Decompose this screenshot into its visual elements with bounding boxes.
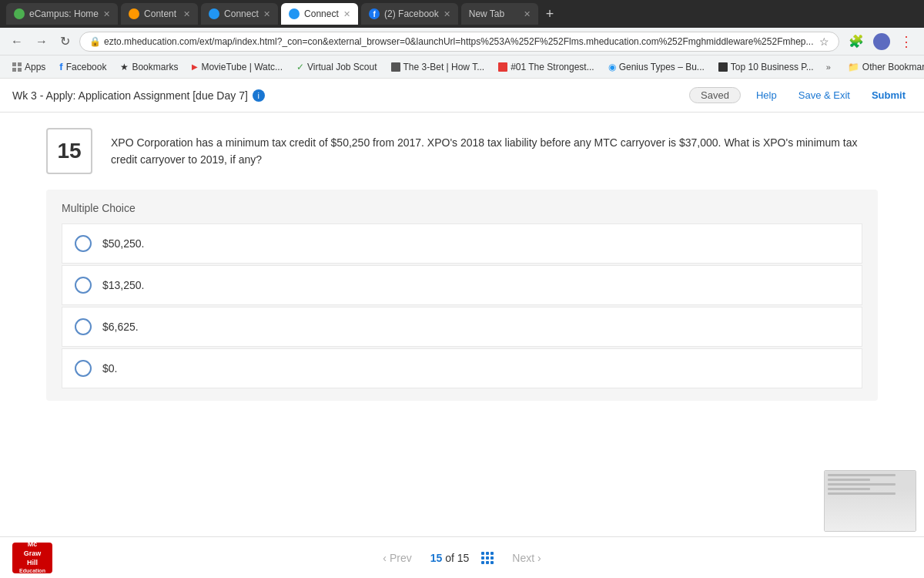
tab-facebook-label: (2) Facebook	[384, 8, 439, 19]
tab-connect2[interactable]: Connect ✕	[281, 3, 358, 25]
bookmark-bookmarks-label: Bookmarks	[132, 62, 178, 72]
section-label: Multiple Choice	[62, 202, 862, 214]
tab-facebook-close[interactable]: ✕	[444, 9, 450, 19]
tab-content-close[interactable]: ✕	[183, 9, 190, 19]
bookmarks-bar: Apps f Facebook ★ Bookmarks ▶ MovieTube …	[0, 55, 924, 79]
mcgrawhill-logo: Mc Graw Hill Education	[12, 543, 52, 573]
address-input[interactable]: 🔒 ezto.mheducation.com/ext/map/index.htm…	[79, 32, 839, 52]
bookmark-3bet[interactable]: The 3-Bet | How T...	[385, 59, 491, 75]
preview-line-4	[828, 488, 870, 490]
bet-icon	[391, 62, 400, 72]
browser-titlebar: eCampus: Home ✕ Content ✕ Connect ✕ Conn…	[0, 0, 924, 28]
bookmark-genius[interactable]: ◉ Genius Types – Bu...	[602, 59, 711, 75]
tab-connect1-close[interactable]: ✕	[263, 9, 270, 19]
grid-dot-5	[486, 556, 489, 560]
next-button[interactable]: Next ›	[506, 549, 547, 567]
bookmark-genius-label: Genius Types – Bu...	[619, 62, 705, 72]
submit-button[interactable]: Submit	[865, 86, 912, 104]
option-d-text: $0.	[102, 362, 117, 375]
main-content: 15 XPO Corporation has a minimum tax cre…	[0, 113, 924, 408]
info-icon[interactable]: i	[253, 89, 265, 102]
tab-ecampus-close[interactable]: ✕	[103, 9, 110, 19]
grid-dot-7	[481, 561, 484, 564]
prev-chevron-icon: ‹	[383, 552, 387, 564]
tab-facebook[interactable]: f (2) Facebook ✕	[361, 3, 458, 25]
grid-dot-1	[481, 552, 484, 555]
logo-line4: Education	[19, 567, 45, 574]
logo-line2: Graw	[24, 549, 42, 559]
preview-thumbnail	[824, 470, 916, 532]
new-tab-button[interactable]: +	[541, 6, 559, 22]
question-number: 15	[46, 128, 92, 174]
question-container: 15 XPO Corporation has a minimum tax cre…	[46, 128, 878, 174]
preview-line-5	[828, 492, 896, 495]
option-d[interactable]: $0.	[62, 348, 862, 388]
bookmark-other[interactable]: 📁 Other Bookmarks	[842, 59, 924, 75]
extensions-button[interactable]: 🧩	[845, 32, 867, 50]
grid-dot-3	[490, 552, 494, 555]
bookmark-strongest[interactable]: #01 The Strongest...	[492, 59, 601, 75]
svg-rect-1	[18, 62, 22, 66]
option-b[interactable]: $13,250.	[62, 265, 862, 305]
tab-newtab-close[interactable]: ✕	[524, 9, 531, 19]
forward-button[interactable]: →	[32, 33, 51, 50]
bookmark-top10[interactable]: Top 10 Business P...	[712, 59, 820, 75]
svg-rect-3	[18, 68, 22, 72]
page-current: 15	[430, 552, 443, 564]
grid-dot-4	[481, 556, 484, 560]
option-c[interactable]: $6,625.	[62, 307, 862, 347]
tab-ecampus[interactable]: eCampus: Home ✕	[6, 3, 118, 25]
menu-button[interactable]: ⋮	[896, 32, 916, 52]
tab-connect2-close[interactable]: ✕	[343, 9, 350, 19]
radio-c[interactable]	[75, 318, 92, 335]
assignment-title-text: Wk 3 - Apply: Application Assignment [du…	[12, 89, 248, 102]
bookmark-star-icon[interactable]: ☆	[819, 35, 829, 48]
question-text: XPO Corporation has a minimum tax credit…	[111, 128, 878, 169]
bookmark-other-label: Other Bookmarks	[862, 62, 924, 72]
bookmark-facebook[interactable]: f Facebook	[53, 59, 112, 75]
option-a[interactable]: $50,250.	[62, 223, 862, 264]
grid-view-icon[interactable]	[481, 552, 494, 564]
bookmark-top10-label: Top 10 Business P...	[731, 62, 814, 72]
help-button[interactable]: Help	[750, 86, 783, 104]
more-bookmarks-button[interactable]: »	[822, 60, 835, 74]
back-button[interactable]: ←	[8, 33, 26, 50]
preview-line-2	[828, 479, 870, 481]
radio-d[interactable]	[75, 360, 92, 377]
bookmark-bookmarks[interactable]: ★ Bookmarks	[114, 59, 184, 75]
radio-b[interactable]	[75, 277, 92, 294]
tab-content[interactable]: Content ✕	[121, 3, 198, 25]
bookmark-movietube[interactable]: ▶ MovieTube | Watc...	[186, 59, 289, 75]
bookmark-movietube-label: MovieTube | Watc...	[201, 62, 283, 72]
logo-line3: Hill	[27, 559, 38, 568]
bookmark-3bet-label: The 3-Bet | How T...	[403, 62, 485, 72]
tab-content-icon	[129, 8, 139, 19]
prev-label: Prev	[390, 552, 412, 564]
bookmark-apps[interactable]: Apps	[6, 59, 52, 75]
tab-connect1-icon	[209, 8, 219, 19]
tab-connect2-label: Connect	[304, 8, 339, 19]
page-info: 15 of 15	[430, 552, 470, 564]
star-bookmark-icon: ★	[120, 62, 129, 72]
assignment-title: Wk 3 - Apply: Application Assignment [du…	[12, 89, 265, 102]
refresh-button[interactable]: ↻	[57, 32, 73, 50]
virtualjob-icon: ✓	[296, 62, 304, 72]
option-c-text: $6,625.	[102, 321, 139, 333]
footer: Mc Graw Hill Education ‹ Prev 15 of 15 N…	[0, 536, 924, 578]
preview-inner	[825, 471, 916, 531]
tab-connect1[interactable]: Connect ✕	[201, 3, 278, 25]
bookmark-facebook-label: Facebook	[66, 62, 107, 72]
save-exit-button[interactable]: Save & Exit	[792, 86, 856, 104]
svg-rect-2	[12, 68, 16, 72]
bookmark-virtualjob-label: Virtual Job Scout	[307, 62, 377, 72]
svg-rect-0	[12, 62, 16, 66]
bookmark-virtualjob[interactable]: ✓ Virtual Job Scout	[290, 59, 383, 75]
page-total: 15	[457, 552, 470, 564]
tab-newtab[interactable]: New Tab ✕	[461, 3, 538, 25]
top10-icon	[718, 62, 728, 72]
page-of: of	[445, 552, 457, 564]
profile-button[interactable]	[873, 33, 890, 50]
radio-a[interactable]	[75, 235, 92, 252]
prev-button[interactable]: ‹ Prev	[377, 549, 417, 567]
folder-icon: 📁	[848, 62, 859, 72]
